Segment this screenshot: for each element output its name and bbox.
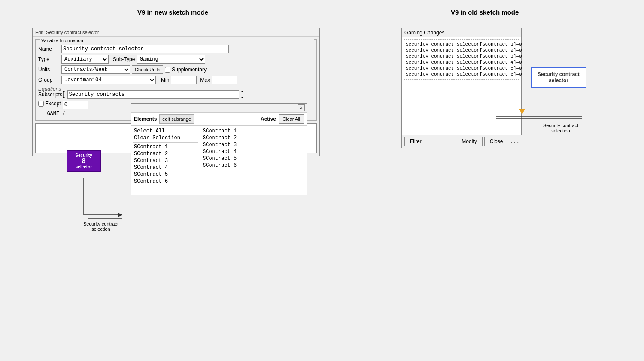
max-input[interactable]	[212, 76, 237, 84]
list-item[interactable]: SContract 3	[133, 157, 198, 164]
filter-button[interactable]: Filter	[404, 137, 427, 146]
active-item[interactable]: SContract 4	[202, 148, 276, 155]
svg-marker-6	[519, 109, 525, 114]
variable-info-legend: Variable Information	[40, 38, 314, 43]
sub-type-select[interactable]: Gaming	[137, 55, 205, 64]
except-checkbox-label[interactable]: Except	[38, 101, 61, 107]
min-input[interactable]	[171, 76, 197, 84]
security-contract-selection-label-old: Security contract selection	[531, 123, 591, 133]
active-item[interactable]: SContract 5	[202, 155, 276, 162]
type-select[interactable]: Auxiliary	[61, 55, 109, 64]
subscript-popup: × Elements edit subrange Active Clear Al…	[131, 103, 307, 195]
active-header: Active	[261, 116, 276, 122]
max-label: Max	[200, 77, 210, 83]
units-label: Units	[38, 67, 60, 73]
page-title-old: V9 in old sketch mode	[451, 9, 519, 16]
close-button-old[interactable]: Close	[484, 137, 509, 146]
group-select[interactable]: .eventman104	[61, 76, 156, 84]
edit-dialog-title: Edit: Security contract selector	[33, 28, 319, 37]
units-select[interactable]: Contracts/Week	[61, 65, 130, 74]
page-title-new: V9 in new sketch mode	[137, 9, 208, 16]
list-item[interactable]: SContract 6	[133, 178, 198, 185]
active-item[interactable]: SContract 2	[202, 135, 276, 141]
equations-label: Equations	[38, 86, 60, 92]
min-label: Min	[161, 77, 169, 83]
type-label: Type	[38, 56, 60, 62]
except-checkbox[interactable]	[38, 101, 44, 107]
sub-type-label: Sub-Type	[113, 56, 135, 62]
elements-header: Elements	[134, 116, 157, 122]
edit-subrange-button[interactable]: edit subrange	[159, 114, 194, 124]
active-item[interactable]: SContract 3	[202, 141, 276, 148]
clear-all-button[interactable]: Clear All	[279, 114, 304, 124]
list-item[interactable]: SContract 2	[133, 150, 198, 157]
active-item[interactable]: SContract 1	[202, 128, 276, 135]
security-contract-selection-label-new: Security contract selection	[75, 221, 127, 232]
svg-marker-2	[118, 213, 122, 217]
active-column: SContract 1 SContract 2 SContract 3 SCon…	[200, 126, 277, 195]
name-label: Name	[38, 46, 60, 52]
elements-column: Select All Clear Selection SContract 1 S…	[131, 126, 200, 195]
subscripts-close-bracket: ]	[241, 91, 245, 98]
security-node-old[interactable]: Security contract selector	[531, 67, 586, 88]
active-item[interactable]: SContract 6	[202, 162, 276, 169]
except-input[interactable]	[63, 101, 88, 109]
list-item[interactable]: SContract 1	[133, 144, 198, 150]
select-all-item[interactable]: Select All	[133, 128, 198, 135]
supplementary-checkbox-label[interactable]: Supplementary	[165, 67, 207, 73]
list-item[interactable]: SContract 5	[133, 171, 198, 178]
dots-label: ...	[510, 138, 519, 144]
supplementary-checkbox[interactable]	[165, 67, 170, 73]
subscripts-input[interactable]	[67, 90, 239, 99]
old-sketch-panel: Gaming Changes Security contract selecto…	[401, 28, 616, 148]
subscripts-open-bracket: [	[61, 91, 66, 98]
popup-close-button[interactable]: ×	[298, 104, 305, 111]
name-input[interactable]	[61, 45, 229, 53]
group-label: Group	[38, 77, 60, 83]
clear-selection-item[interactable]: Clear Selection	[133, 135, 198, 141]
check-units-button[interactable]: Check Units	[132, 65, 163, 74]
gaming-changes-box: Gaming Changes Security contract selecto…	[401, 28, 522, 148]
list-item[interactable]: SContract 4	[133, 164, 198, 171]
modify-button[interactable]: Modify	[456, 137, 482, 146]
subscripts-label: Subscripts	[38, 92, 60, 98]
